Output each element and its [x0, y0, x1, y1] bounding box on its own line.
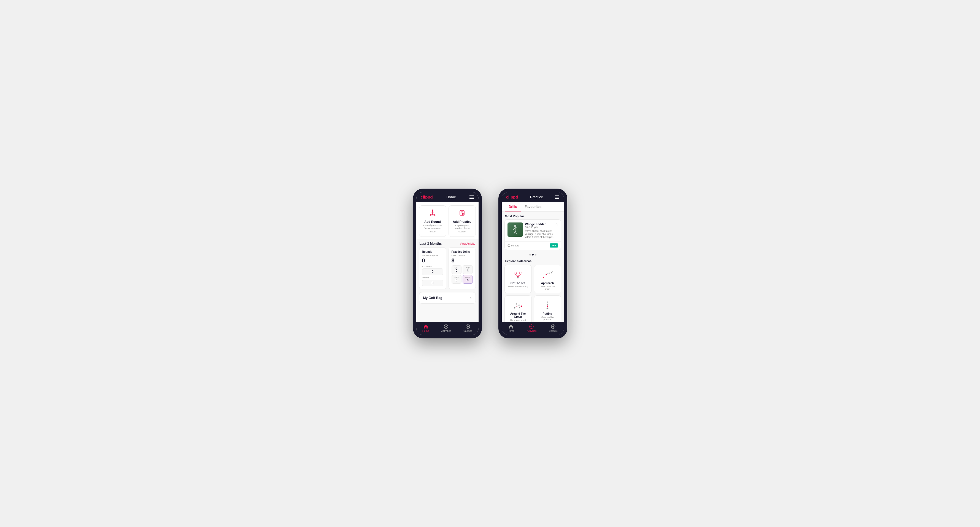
dot-2 — [532, 254, 534, 256]
logo: clippd — [421, 195, 433, 199]
tab-drills[interactable]: Drills — [505, 202, 521, 211]
svg-point-20 — [508, 244, 510, 247]
around-the-green-name: Around The Green — [508, 312, 529, 318]
phone-practice-screen: clippd Practice Drills Favourites Most P… — [502, 192, 564, 335]
practice-drills-card: Practice Drills Drills Capture 8 OTT 0 A… — [449, 247, 476, 289]
tournament-cell: 0 — [422, 268, 443, 275]
putting-icon — [541, 300, 554, 311]
nav-activities[interactable]: Activities — [441, 324, 451, 332]
add-round-desc: Record your shots fast or enhanced mode — [422, 224, 444, 233]
arg-value: 0 — [453, 278, 460, 282]
arg-label: ARG — [453, 276, 460, 278]
phone-practice: clippd Practice Drills Favourites Most P… — [498, 189, 567, 338]
featured-drill-card[interactable]: Wedge Ladder 50–100 yds ☆ Play 1 shot at… — [504, 219, 561, 250]
add-practice-card[interactable]: Add Practice Capture your practice off-t… — [449, 205, 476, 237]
svg-point-30 — [516, 303, 517, 305]
nav-home[interactable]: Home — [422, 324, 429, 332]
off-the-tee-icon — [511, 269, 525, 280]
nav-home-label: Home — [422, 330, 429, 332]
around-the-green-icon — [511, 300, 525, 311]
drill-info: Wedge Ladder 50–100 yds ☆ Play 1 shot at… — [525, 222, 558, 239]
ott-label: OTT — [453, 267, 460, 269]
svg-point-21 — [517, 277, 519, 279]
off-the-tee-name: Off The Tee — [511, 282, 525, 285]
phone2-bottom-nav: Home Activities Capture — [502, 322, 564, 335]
svg-point-3 — [432, 210, 433, 211]
practice-content: Most Popular — [502, 212, 564, 322]
nav-activities2-label: Activities — [527, 330, 537, 332]
off-the-tee-desc: Power and accuracy — [508, 285, 528, 288]
around-the-green-desc: Hone your short game — [508, 319, 529, 322]
stats-container: Rounds Rounds Capture 0 Tournament 0 Pra… — [416, 247, 479, 292]
drill-name: Wedge Ladder 50–100 yds — [525, 222, 546, 230]
add-practice-desc: Capture your practice off-the-course — [451, 224, 473, 233]
last-3-months-title: Last 3 Months — [420, 242, 442, 246]
app-cell: APP 4 — [463, 265, 473, 274]
tournament-value: 0 — [424, 270, 441, 274]
drill-card-body: Wedge Ladder 50–100 yds ☆ Play 1 shot at… — [505, 220, 561, 241]
add-round-icon — [429, 209, 436, 218]
nav-activities2[interactable]: Activities — [527, 324, 537, 332]
most-popular-label: Most Popular — [502, 212, 564, 219]
add-round-title: Add Round — [424, 220, 441, 223]
dot-1 — [529, 254, 531, 256]
svg-line-18 — [514, 231, 515, 234]
approach-desc: Dial-in to hit the green — [537, 285, 558, 290]
svg-line-16 — [513, 228, 515, 230]
nav-capture2[interactable]: Capture — [549, 324, 558, 332]
putt-value: 4 — [465, 278, 471, 282]
skill-approach[interactable]: Approach Dial-in to hit the green — [534, 265, 561, 293]
svg-line-19 — [515, 231, 517, 234]
add-round-card[interactable]: Add Round Record your shots fast or enha… — [419, 205, 446, 237]
rounds-title: Rounds — [422, 250, 443, 253]
app-badge: APP — [550, 243, 558, 248]
menu-button[interactable] — [469, 195, 474, 199]
skill-grid: Off The Tee Power and accuracy — [502, 265, 564, 322]
phone1-header: clippd Home — [416, 192, 479, 202]
tab-favourites[interactable]: Favourites — [521, 202, 546, 211]
rounds-capture-label: Rounds Capture — [422, 254, 443, 257]
home-content: Add Round Record your shots fast or enha… — [416, 202, 479, 322]
drill-name-text: Wedge Ladder — [525, 222, 546, 226]
nav-capture[interactable]: Capture — [463, 324, 472, 332]
tabs-bar: Drills Favourites — [502, 202, 564, 212]
view-activity-link[interactable]: View Activity — [460, 242, 475, 245]
drill-thumbnail — [508, 222, 523, 237]
menu-button2[interactable] — [555, 195, 559, 199]
star-icon[interactable]: ☆ — [555, 222, 558, 226]
nav-activities-label: Activities — [441, 330, 451, 332]
practice-rounds-cell: 0 — [422, 280, 443, 286]
nav-capture2-label: Capture — [549, 330, 558, 332]
ott-cell: OTT 0 — [452, 265, 462, 274]
nav-capture-label: Capture — [463, 330, 472, 332]
putt-cell: PUTT 4 — [463, 275, 473, 284]
arg-cell: ARG 0 — [452, 275, 462, 284]
nav-home2-label: Home — [508, 330, 514, 332]
quick-actions: Add Round Record your shots fast or enha… — [416, 202, 479, 239]
app-label: APP — [465, 267, 471, 269]
skill-off-the-tee[interactable]: Off The Tee Power and accuracy — [504, 265, 532, 293]
golf-bag-label: My Golf Bag — [423, 296, 442, 300]
phone-home-screen: clippd Home — [416, 192, 479, 335]
drills-grid: OTT 0 APP 4 ARG 0 PUTT 4 — [452, 265, 473, 284]
svg-point-22 — [543, 277, 544, 278]
app-value: 4 — [465, 269, 471, 273]
logo2: clippd — [506, 195, 518, 199]
explore-label: Explore skill areas — [502, 258, 564, 265]
svg-point-14 — [514, 225, 516, 227]
practice-drills-title: Practice Drills — [452, 250, 473, 253]
practice-rounds-value: 0 — [424, 281, 441, 285]
skill-around-the-green[interactable]: Around The Green Hone your short game — [504, 295, 532, 322]
nav-home2[interactable]: Home — [508, 324, 514, 332]
ott-value: 0 — [453, 269, 460, 273]
putting-desc: Make and lag practice — [537, 316, 558, 321]
drill-yardage: 50–100 yds — [525, 226, 546, 229]
dots-indicator — [502, 253, 564, 258]
drill-desc: Play 1 shot at each target yardage. If y… — [525, 230, 558, 239]
phone-home: clippd Home — [413, 189, 482, 338]
skill-putting[interactable]: Putting Make and lag practice — [534, 295, 561, 322]
rounds-capture-value: 0 — [422, 257, 443, 264]
page-title2: Practice — [530, 195, 543, 199]
drill-info-header: Wedge Ladder 50–100 yds ☆ — [525, 222, 558, 230]
my-golf-bag[interactable]: My Golf Bag › — [419, 292, 476, 304]
